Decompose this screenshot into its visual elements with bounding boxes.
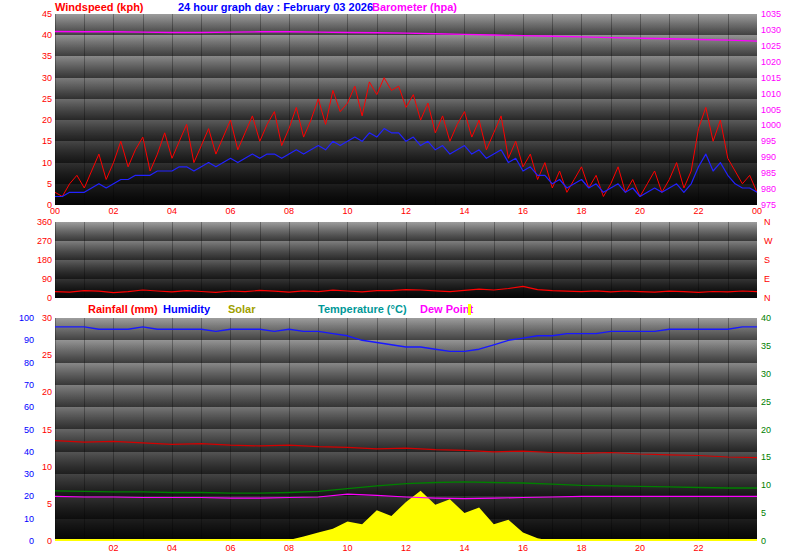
barometer-line (55, 32, 757, 42)
barometer-axis-title: Barometer (hpa) (372, 1, 457, 13)
wind-direction-line (55, 286, 757, 292)
barometer-axis-tick: 1025 (761, 42, 781, 51)
wind-direction-axis-tick: 0 (20, 294, 52, 303)
hour-label: 20 (635, 544, 645, 553)
temperature-axis-tick: 10 (761, 481, 771, 490)
humidity-axis-tick: 90 (2, 336, 34, 345)
wind-direction-axis-tick: 180 (20, 256, 52, 265)
hour-label: 20 (635, 207, 645, 216)
legend-humidity: Humidity (163, 303, 210, 315)
temperature-axis-tick: 35 (761, 342, 771, 351)
rainfall-axis-tick: 25 (20, 351, 52, 360)
temperature-axis-tick: 5 (761, 509, 766, 518)
windspeed-axis-tick: 15 (20, 137, 52, 146)
hour-label: 00 (50, 207, 60, 216)
barometer-axis-tick: 1010 (761, 90, 781, 99)
barometer-axis-tick: 1015 (761, 74, 781, 83)
barometer-axis-tick: 995 (761, 137, 776, 146)
hour-label: 02 (108, 207, 118, 216)
barometer-axis-tick: 975 (761, 201, 776, 210)
compass-label: S (764, 256, 770, 265)
hour-label: 08 (284, 207, 294, 216)
rainfall-axis-tick: 0 (20, 537, 52, 546)
compass-label: N (764, 218, 771, 227)
rainfall-axis-tick: 10 (20, 463, 52, 472)
hour-label: 18 (576, 544, 586, 553)
rainfall-axis-tick: 30 (20, 314, 52, 323)
humidity-line (55, 327, 757, 352)
legend-solar: Solar (228, 303, 256, 315)
windspeed-axis-tick: 10 (20, 159, 52, 168)
hour-label: 10 (342, 544, 352, 553)
windspeed-average-line (55, 129, 757, 197)
barometer-axis-tick: 1030 (761, 26, 781, 35)
windspeed-axis-tick: 30 (20, 74, 52, 83)
rainfall-axis-tick: 15 (20, 426, 52, 435)
humidity-axis-tick: 60 (2, 403, 34, 412)
windspeed-axis-tick: 45 (20, 10, 52, 19)
temperature-axis-tick: 30 (761, 370, 771, 379)
hour-label: 06 (225, 544, 235, 553)
barometer-axis-tick: 985 (761, 169, 776, 178)
wind-direction-axis-tick: 90 (20, 275, 52, 284)
hour-label: 18 (576, 207, 586, 216)
barometer-axis-tick: 980 (761, 185, 776, 194)
barometer-axis-tick: 1020 (761, 58, 781, 67)
windspeed-barometer-chart (55, 14, 757, 205)
hour-label: 22 (693, 544, 703, 553)
humidity-axis-tick: 10 (2, 515, 34, 524)
compass-label: E (764, 275, 770, 284)
temperature-line (55, 482, 757, 493)
hour-label: 22 (693, 207, 703, 216)
windspeed-gust-line (55, 78, 757, 197)
climate-chart (55, 318, 757, 541)
hour-label: 08 (284, 544, 294, 553)
hour-label: 02 (108, 544, 118, 553)
windspeed-axis-tick: 0 (20, 201, 52, 210)
legend-rainfall: Rainfall (mm) (88, 303, 158, 315)
solar-area (55, 491, 757, 541)
compass-label: N (764, 294, 771, 303)
dew-point-line (55, 494, 757, 498)
temperature-axis-tick: 20 (761, 426, 771, 435)
windspeed-axis-tick: 25 (20, 95, 52, 104)
windspeed-axis-title: Windspeed (kph) (55, 1, 144, 13)
windspeed-axis-tick: 40 (20, 31, 52, 40)
barometer-axis-tick: 1000 (761, 121, 781, 130)
temperature-axis-tick: 25 (761, 398, 771, 407)
hour-label: 04 (167, 207, 177, 216)
rainfall-line (55, 441, 757, 458)
rainfall-axis-tick: 20 (20, 388, 52, 397)
windspeed-axis-tick: 5 (20, 180, 52, 189)
temperature-axis-tick: 40 (761, 314, 771, 323)
weather-24h-graph: Windspeed (kph) 24 hour graph day : Febr… (0, 0, 809, 555)
solar-legend-mark (468, 304, 471, 315)
hour-label: 00 (752, 207, 762, 216)
windspeed-axis-tick: 35 (20, 52, 52, 61)
hour-label: 12 (401, 544, 411, 553)
hour-label: 16 (518, 207, 528, 216)
hour-label: 14 (459, 544, 469, 553)
hour-label: 04 (167, 544, 177, 553)
wind-direction-axis-tick: 270 (20, 237, 52, 246)
rainfall-axis-tick: 5 (20, 500, 52, 509)
temperature-axis-tick: 15 (761, 453, 771, 462)
windspeed-axis-tick: 20 (20, 116, 52, 125)
legend-dew-point: Dew Point (420, 303, 473, 315)
hour-label: 10 (342, 207, 352, 216)
legend-temperature: Temperature (°C) (318, 303, 407, 315)
humidity-axis-tick: 40 (2, 448, 34, 457)
hour-label: 12 (401, 207, 411, 216)
barometer-axis-tick: 990 (761, 153, 776, 162)
hour-label: 16 (518, 544, 528, 553)
barometer-axis-tick: 1035 (761, 10, 781, 19)
temperature-axis-tick: 0 (761, 537, 766, 546)
graph-title: 24 hour graph day : February 03 2026 (178, 1, 373, 13)
wind-direction-axis-tick: 360 (20, 218, 52, 227)
wind-direction-chart (55, 222, 757, 298)
compass-label: W (764, 237, 773, 246)
hour-label: 14 (459, 207, 469, 216)
hour-label: 06 (225, 207, 235, 216)
barometer-axis-tick: 1005 (761, 106, 781, 115)
